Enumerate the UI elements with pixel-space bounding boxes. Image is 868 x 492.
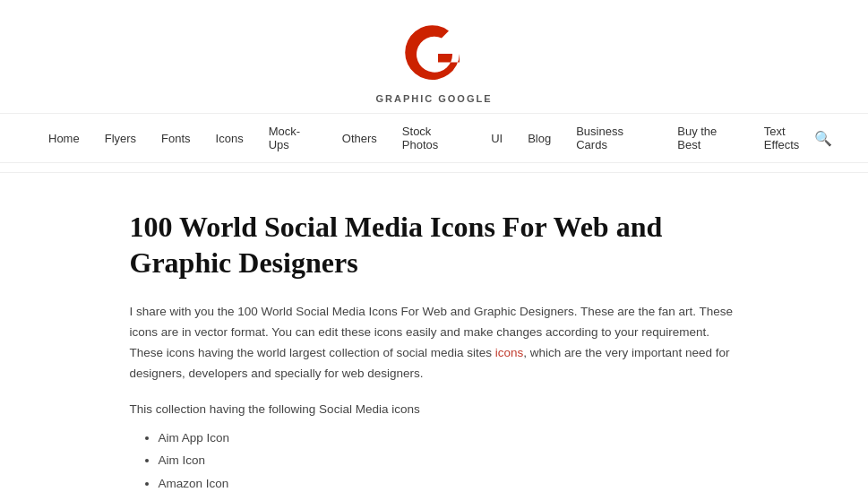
logo-icon	[399, 18, 470, 90]
nav-item: Flyers	[92, 121, 149, 156]
page-title: 100 World Social Media Icons For Web and…	[130, 209, 739, 281]
nav-item: Buy the Best	[665, 114, 752, 162]
nav-link[interactable]: UI	[478, 121, 515, 156]
site-header: GRAPHIC GOOGLE HomeFlyersFontsIconsMock-…	[0, 0, 868, 173]
nav-item: Others	[330, 121, 390, 156]
main-nav: HomeFlyersFontsIconsMock-UpsOthersStock …	[0, 113, 868, 163]
list-item: Amazon Icon	[159, 472, 739, 492]
logo-container[interactable]: GRAPHIC GOOGLE	[375, 18, 492, 104]
nav-link[interactable]: Mock-Ups	[256, 114, 330, 162]
nav-item: Fonts	[149, 121, 203, 156]
nav-link[interactable]: Home	[36, 121, 92, 156]
nav-link[interactable]: Buy the Best	[665, 114, 752, 162]
collection-heading: This collection having the following Soc…	[130, 402, 739, 416]
nav-link[interactable]: Flyers	[92, 121, 149, 156]
main-content: 100 World Social Media Icons For Web and…	[76, 173, 793, 492]
list-item: Aim Icon	[159, 449, 739, 472]
icon-list: Aim App IconAim IconAmazon IconApple App…	[130, 427, 739, 492]
list-item: Aim App Icon	[159, 427, 739, 450]
logo-text: GRAPHIC GOOGLE	[375, 93, 492, 104]
nav-item: Business Cards	[563, 114, 665, 162]
nav-item: Mock-Ups	[256, 114, 330, 162]
nav-link[interactable]: Others	[330, 121, 390, 156]
nav-item: UI	[478, 121, 515, 156]
nav-link[interactable]: Icons	[203, 121, 256, 156]
icons-link[interactable]: icons	[495, 346, 524, 359]
nav-link[interactable]: Fonts	[149, 121, 203, 156]
nav-link[interactable]: Blog	[515, 121, 563, 156]
search-icon[interactable]: 🔍	[814, 130, 832, 147]
description-paragraph: I share with you the 100 World Social Me…	[130, 302, 739, 384]
nav-item: Blog	[515, 121, 563, 156]
nav-item: Home	[36, 121, 92, 156]
nav-link[interactable]: Business Cards	[563, 114, 665, 162]
nav-item: Icons	[203, 121, 256, 156]
nav-link[interactable]: Stock Photos	[390, 114, 478, 162]
nav-item: Stock Photos	[390, 114, 478, 162]
